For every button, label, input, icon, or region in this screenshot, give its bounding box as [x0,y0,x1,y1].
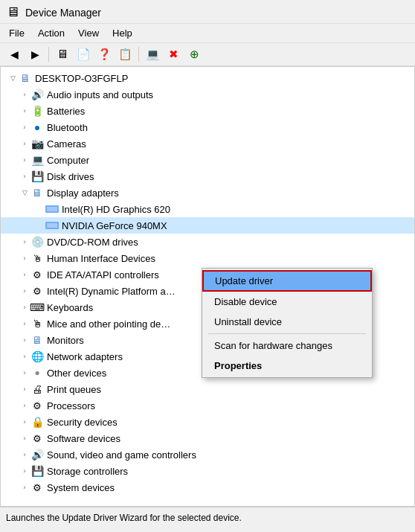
monitors-icon: 🖥 [30,333,44,347]
ide-label: IDE ATA/ATAPI controllers [47,269,159,281]
other-label: Other devices [47,368,106,379]
ctx-update-driver[interactable]: Update driver [202,270,372,292]
mice-label: Mice and other pointing de… [47,318,170,330]
system-icon: ⚙ [30,481,44,494]
intel-platform-toggle[interactable]: › [19,285,30,297]
system-label: System devices [47,482,115,493]
tree-sound[interactable]: › 🔊 Sound, video and game controllers [1,446,414,463]
tree-hid[interactable]: › 🖱 Human Interface Devices [1,250,414,266]
disk-label: Disk drives [47,171,94,182]
tree-intel-gpu[interactable]: › Intel(R) HD Graphics 620 [1,201,414,217]
nvidia-gpu-icon [45,219,59,232]
ctx-properties[interactable]: Properties [202,356,372,376]
tree-storage[interactable]: › 💾 Storage controllers [1,463,414,479]
uninstall-button[interactable]: ✖ [164,45,183,63]
batteries-toggle[interactable]: › [19,105,30,117]
svg-rect-3 [47,223,57,228]
update-driver-button[interactable]: 📋 [115,45,135,63]
cameras-label: Cameras [47,138,86,150]
storage-label: Storage controllers [47,466,128,477]
display-toggle[interactable]: ▽ [19,187,30,199]
hid-toggle[interactable]: › [19,252,30,264]
keyboards-toggle[interactable]: › [19,301,30,313]
computer-icon: 💻 [30,153,44,167]
properties-button[interactable]: 📄 [74,45,93,63]
security-icon: 🔒 [30,415,44,429]
disable-button[interactable]: 💻 [143,45,162,63]
mice-toggle[interactable]: › [19,318,30,330]
dvd-label: DVD/CD-ROM drives [47,237,138,248]
ide-toggle[interactable]: › [19,269,30,281]
tree-nvidia-gpu[interactable]: › NVIDIA GeForce 940MX [1,217,414,234]
keyboards-label: Keyboards [47,302,93,313]
bluetooth-toggle[interactable]: › [19,121,30,133]
menu-help[interactable]: Help [106,25,138,41]
tree-print[interactable]: › 🖨 Print queues [1,381,414,397]
tree-disk[interactable]: › 💾 Disk drives [1,168,414,185]
toolbar-separator-1 [48,47,49,62]
display-label: Display adapters [47,188,119,199]
tree-cameras[interactable]: › 📷 Cameras [1,135,414,152]
ctx-disable-device[interactable]: Disable device [202,292,372,312]
tree-audio[interactable]: › 🔊 Audio inputs and outputs [1,86,414,103]
ctx-uninstall-device[interactable]: Uninstall device [202,312,372,332]
processors-toggle[interactable]: › [19,400,30,411]
storage-toggle[interactable]: › [19,465,30,477]
tree-bluetooth[interactable]: › ● Bluetooth [1,119,414,135]
sound-icon: 🔊 [30,448,44,461]
dvd-toggle[interactable]: › [19,236,30,248]
tree-software[interactable]: › ⚙ Software devices [1,430,414,446]
tree-display[interactable]: ▽ 🖥 Display adapters [1,185,414,201]
hid-label: Human Interface Devices [47,253,155,264]
ide-icon: ⚙ [30,268,44,281]
root-label: DESKTOP-O3FGFLP [35,73,128,84]
tree-system[interactable]: › ⚙ System devices [1,479,414,496]
toolbar: ◀ ▶ 🖥 📄 ❓ 📋 💻 ✖ ⊕ [0,43,415,66]
menu-action[interactable]: Action [32,25,71,41]
other-toggle[interactable]: › [19,367,30,379]
tree-computer[interactable]: › 💻 Computer [1,152,414,168]
status-bar: Launches the Update Driver Wizard for th… [0,507,415,528]
bluetooth-label: Bluetooth [47,122,88,133]
tree-processors[interactable]: › ⚙ Processors [1,397,414,414]
menu-file[interactable]: File [3,25,30,41]
software-icon: ⚙ [30,432,44,445]
computer-button[interactable]: 🖥 [53,45,72,63]
toolbar-separator-2 [138,47,139,62]
help-button[interactable]: ❓ [94,45,114,63]
disk-toggle[interactable]: › [19,170,30,182]
menu-bar: File Action View Help [0,24,415,43]
tree-dvd[interactable]: › 💿 DVD/CD-ROM drives [1,234,414,250]
other-icon: ● [30,366,44,379]
main-content: ▽ 🖥 DESKTOP-O3FGFLP › 🔊 Audio inputs and… [0,66,415,507]
cameras-toggle[interactable]: › [19,138,30,150]
menu-view[interactable]: View [72,25,105,41]
back-button[interactable]: ◀ [4,45,24,63]
computer-toggle[interactable]: › [19,154,30,166]
hid-icon: 🖱 [30,251,44,265]
title-bar-text: Device Manager [25,7,101,19]
audio-toggle[interactable]: › [19,89,30,100]
ctx-separator [208,333,366,334]
tree-batteries[interactable]: › 🔋 Batteries [1,103,414,119]
system-toggle[interactable]: › [19,481,30,493]
scan-button[interactable]: ⊕ [184,45,204,63]
ctx-scan-hardware[interactable]: Scan for hardware changes [202,336,372,356]
network-toggle[interactable]: › [19,350,30,362]
sound-toggle[interactable]: › [19,449,30,461]
network-icon: 🌐 [30,350,44,363]
title-bar-icon: 🖥 [6,4,19,20]
security-toggle[interactable]: › [19,416,30,428]
print-label: Print queues [47,384,101,395]
forward-button[interactable]: ▶ [25,45,45,63]
monitors-toggle[interactable]: › [19,334,30,346]
batteries-icon: 🔋 [30,104,44,118]
software-toggle[interactable]: › [19,432,30,444]
dvd-icon: 💿 [30,235,44,249]
tree-root[interactable]: ▽ 🖥 DESKTOP-O3FGFLP [1,70,414,86]
print-toggle[interactable]: › [19,383,30,395]
computer-label: Computer [47,155,89,166]
root-toggle[interactable]: ▽ [7,72,19,84]
storage-icon: 💾 [30,464,44,478]
tree-security[interactable]: › 🔒 Security devices [1,414,414,430]
